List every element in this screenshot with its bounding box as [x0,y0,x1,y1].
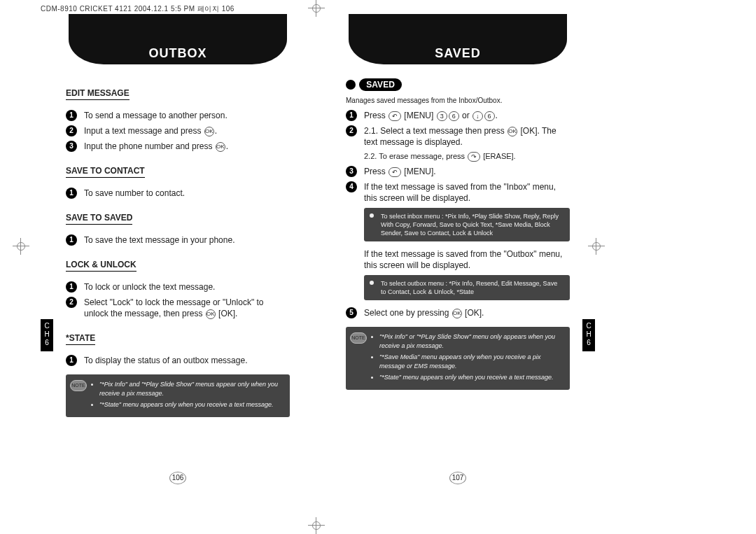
page-title: SAVED [321,46,595,61]
step-text: Select "Lock" to lock the message or "Un… [84,297,290,319]
page-number-left: 106 [41,472,315,484]
note-item: "*Save Media" menu appears only when you… [379,353,563,371]
step-text: Select one by pressing OK [OK]. [364,307,570,318]
ok-key-icon: OK [204,127,214,136]
chapter-tab-left: C H 6 [41,319,53,351]
section-save-contact: SAVE TO CONTACT [66,166,145,178]
step-number: 2 [346,125,357,136]
chapter-tab-right: C H 6 [582,319,595,351]
key-3-icon: 3 [437,111,447,121]
step-number: 3 [66,141,77,152]
step-number: 1 [66,355,77,366]
page-left: OUTBOX C H 6 EDIT MESSAGE 1 To send a me… [41,14,315,504]
info-outbox-menu: To select outbox menu : *Pix Info, Resen… [364,275,570,300]
step-text: To display the status of an outbox messa… [84,355,290,366]
mid-text: If the text message is saved from the "O… [364,248,570,271]
step-text: If the text message is saved from the "I… [364,181,570,204]
step-text: Input a text message and press OK. [84,125,290,136]
section-save-saved: SAVE TO SAVED [66,213,132,225]
section-state: *STATE [66,333,95,345]
step-number: 4 [346,181,357,192]
page-title: OUTBOX [41,46,315,61]
nav-down-icon: ↓ [472,111,483,121]
section-lock-unlock: LOCK & UNLOCK [66,260,136,272]
bullet-icon [346,80,356,90]
pill-saved: SAVED [359,78,401,91]
step-number: 1 [66,234,77,246]
page-number-right: 107 [321,472,595,484]
step-number: 1 [346,110,357,121]
page-right: SAVED C H 6 SAVED Manages saved messages… [321,14,595,504]
step-text: 2.1. Select a text message then press OK… [364,125,570,148]
step-number: 1 [66,188,77,199]
step-text: To save number to contact. [84,188,290,199]
step-text: To save the text message in your phone. [84,234,290,246]
step-number: 1 [66,281,77,293]
info-inbox-menu: To select inbox menu : *Pix Info, *Play … [364,208,570,241]
note-box-right: NOTE "*Pix Info" or "*PLay Slide Show" m… [346,327,570,390]
note-item: "*Pix Info" and "*Play Slide Show" menus… [99,380,283,398]
header-tab-saved: SAVED [321,14,595,64]
crop-mark-left [13,238,29,255]
step-number: 3 [346,166,357,177]
ok-key-icon: OK [507,127,517,136]
content-left: EDIT MESSAGE 1 To send a message to anot… [66,78,290,417]
header-print-info: CDM-8910 CRICKET 4121 2004.12.1 5:5 PM 페… [41,4,234,14]
step-number: 5 [346,307,357,318]
softkey-left-icon: ↶ [388,111,401,121]
note-item: "*Pix Info" or "*PLay Slide Show" menu o… [379,332,563,351]
step-number: 2 [66,297,77,308]
step-text: To send a message to another person. [84,110,290,121]
saved-heading: SAVED [346,78,570,94]
ok-key-icon: OK [206,309,216,319]
note-box-left: NOTE "*Pix Info" and "*Play Slide Show" … [66,374,290,417]
note-badge: NOTE [350,332,367,344]
note-badge: NOTE [70,380,87,391]
step-text: Press ↶ [MENU]. [364,166,570,177]
header-tab-outbox: OUTBOX [41,14,315,64]
step-text: Press ↶ [MENU] 36 or ↓6. [364,110,570,121]
step-subtext: 2.2. To erase message, press ↷ [ERASE]. [364,152,570,162]
step-text: Input the phone number and press OK. [84,141,290,152]
ok-key-icon: OK [452,309,462,318]
crop-mark-bottom [308,517,325,534]
note-item: "*State" menu appears only when you rece… [379,373,563,382]
subtitle: Manages saved messages from the Inbox/Ou… [346,97,570,104]
step-number: 1 [66,110,77,121]
section-edit-message: EDIT MESSAGE [66,88,130,100]
step-number: 2 [66,125,77,136]
step-text: To lock or unlock the text message. [84,281,290,293]
softkey-left-icon: ↶ [388,167,401,177]
key-6-icon: 6 [484,111,495,121]
key-6-icon: 6 [449,111,459,121]
softkey-right-icon: ↷ [468,152,480,162]
ok-key-icon: OK [216,142,225,152]
note-item: "*State" menu appears only when you rece… [99,400,283,409]
content-right: SAVED Manages saved messages from the In… [346,78,570,390]
